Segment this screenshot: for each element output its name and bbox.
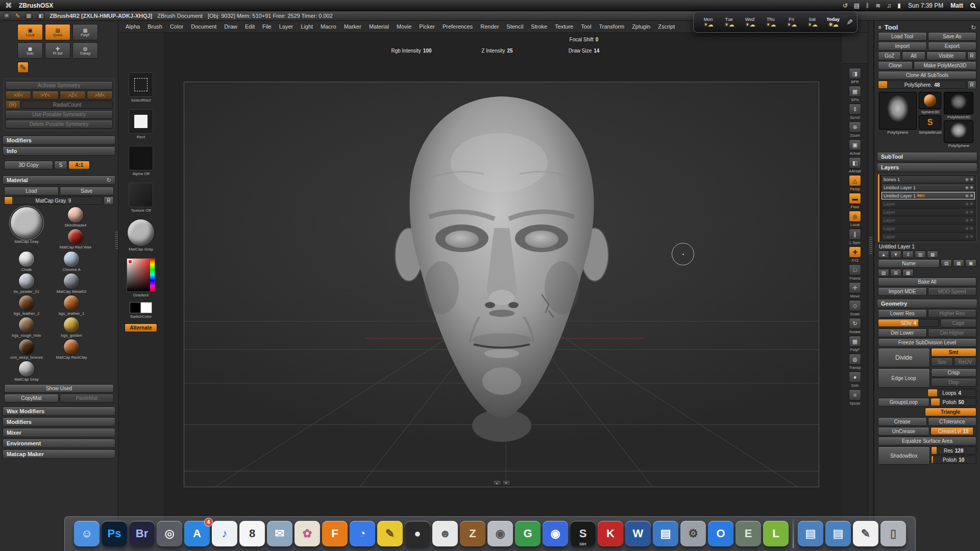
disp-button[interactable]: Disp — [931, 378, 977, 387]
symmetry-axis-button[interactable]: >M< — [87, 91, 113, 99]
current-material-sphere[interactable] — [128, 219, 154, 246]
menu-item[interactable]: Movie — [397, 23, 411, 30]
quick-tray-toggle[interactable]: ▨ Quick — [45, 24, 70, 40]
hue-strip[interactable] — [150, 259, 155, 291]
delete-posable-symmetry-button[interactable]: Delete Posable Symmetry — [5, 120, 113, 129]
shelf-toggle[interactable]: ↻ Rotate — [844, 318, 866, 334]
material-swatch[interactable]: MatCap Red Wax — [53, 229, 98, 249]
keyshot[interactable]: K — [598, 521, 623, 546]
shelf-toggle[interactable]: ∥ L.Sym — [844, 229, 866, 245]
info-section-header[interactable]: Info — [3, 146, 115, 156]
menu-item[interactable]: Picker — [419, 23, 435, 30]
cage-button[interactable]: Cage — [940, 319, 976, 328]
geometry-section-header[interactable]: Geometry — [877, 299, 977, 308]
switch-color-button[interactable] — [130, 302, 152, 313]
uncrease-button[interactable]: UnCrease — [878, 427, 929, 436]
goz-all-button[interactable]: All — [902, 52, 925, 60]
symmetry-axis-button[interactable]: >X< — [5, 91, 31, 99]
smt-button[interactable]: Smt — [931, 348, 977, 357]
symmetry-axis-button[interactable]: >Z< — [60, 91, 86, 99]
shelf-toggle[interactable]: ◨ BPR — [844, 68, 866, 84]
system-preferences[interactable]: ⚙ — [680, 521, 706, 546]
bridge[interactable]: Br — [129, 521, 155, 546]
pencil-icon[interactable]: ✎ — [17, 62, 29, 73]
s-button[interactable]: S — [54, 161, 67, 169]
layer-eye-icon[interactable]: ◉ — [965, 177, 969, 182]
menu-item[interactable]: Zscript — [658, 23, 675, 30]
menu-item[interactable]: Layer — [279, 23, 293, 30]
a1-button[interactable]: A:1 — [68, 161, 90, 169]
material-section-header[interactable]: Material ↻ — [3, 176, 115, 185]
menubar-clock[interactable]: Sun 7:39 PM — [908, 2, 943, 9]
divide-button[interactable]: Divide — [878, 348, 930, 367]
menu-item[interactable]: Alpha — [126, 23, 140, 30]
layer-row-empty[interactable]: Layer ◉ — [881, 208, 975, 216]
layer-tool-icon[interactable]: ▲ — [878, 251, 889, 258]
material-subsection-header[interactable]: Environment — [3, 439, 115, 448]
layer-row[interactable]: Untitled Layer 1 REC ◉ — [881, 192, 975, 199]
material-swatch[interactable]: Chalk — [4, 252, 49, 272]
material-swatch[interactable]: bgs_leather_1 — [49, 295, 94, 316]
material-swatch[interactable]: bs_pewter_01 — [4, 273, 49, 294]
material-refresh-icon[interactable]: ↻ — [107, 177, 111, 184]
menu-item[interactable]: Stroke — [531, 23, 547, 30]
groupsloop-button[interactable]: GroupsLoop — [878, 398, 929, 407]
itunes[interactable]: ♪ — [212, 521, 237, 546]
layer-name-button[interactable]: Name — [878, 259, 940, 268]
material-swatch[interactable]: MatCap RedClay — [49, 339, 94, 360]
eight-ball[interactable]: ● — [405, 521, 430, 546]
menu-item[interactable]: Tool — [581, 23, 591, 30]
divider-grip[interactable] — [869, 237, 872, 254]
creaselvl-slider[interactable]: CreaseLvl15 — [930, 427, 977, 435]
material-save-button[interactable]: Save — [60, 187, 114, 195]
active-tool-thumbnail[interactable] — [879, 92, 917, 130]
spotlight-icon[interactable] — [970, 3, 975, 8]
color-picker[interactable] — [127, 258, 155, 292]
menu-item[interactable]: Render — [480, 23, 499, 30]
layer-tool-icon[interactable]: ▩ — [902, 269, 914, 277]
shelf-toggle[interactable]: ▬ Floor — [844, 193, 866, 209]
lower-res-button[interactable]: Lower Res — [878, 309, 927, 318]
import-button[interactable]: Import — [878, 42, 927, 51]
layer-row-empty[interactable]: Layer ◉ — [881, 216, 975, 224]
layer-tool-icon[interactable]: ▧ — [878, 269, 889, 277]
evernote[interactable]: E — [736, 521, 761, 546]
layer-tool-icon[interactable]: ▥ — [915, 251, 926, 258]
mdd-speed-button[interactable]: MDD Speed — [928, 287, 977, 296]
layer-tool-icon[interactable]: ▤ — [941, 259, 952, 267]
activate-symmetry-button[interactable]: Activate Symmetry — [5, 81, 113, 90]
shelf-toggle[interactable]: ✚ XYZ — [844, 246, 866, 263]
bake-all-button[interactable]: Bake All — [878, 278, 976, 286]
layer-row-empty[interactable]: Layer ◉ — [881, 233, 975, 240]
menu-item[interactable]: Light — [301, 23, 313, 30]
quick-tray-toggle[interactable]: ◍ Transp — [72, 42, 98, 59]
shelf-toggle[interactable]: ▣ Actual — [844, 139, 866, 156]
material-swatch-selected[interactable]: MatCap Gray — [4, 207, 49, 249]
calendar[interactable]: 8 — [239, 521, 265, 546]
higher-res-button[interactable]: Higher Res — [928, 309, 977, 318]
graphic-pencil[interactable]: ✎ — [377, 521, 403, 546]
polish10-slider[interactable]: Polish10 — [931, 456, 977, 464]
mail[interactable]: ✉ — [267, 521, 292, 546]
shelf-toggle[interactable]: ✛ Move — [844, 282, 866, 298]
shelf-toggle[interactable]: ◎ Local — [844, 211, 866, 227]
export-button[interactable]: Export — [928, 42, 977, 51]
menu-item[interactable]: Document — [191, 23, 216, 30]
use-posable-symmetry-button[interactable]: Use Posable Symmetry — [5, 110, 113, 119]
shelf-toggle[interactable]: ▦ PolyF — [844, 336, 866, 352]
theme-icon[interactable]: ◧ — [37, 13, 44, 19]
limewire[interactable]: L — [763, 521, 789, 546]
menu-item[interactable]: Macro — [321, 23, 336, 30]
shelf-toggle[interactable]: ▦ SPix — [844, 86, 866, 102]
draw-size-slider[interactable]: Draw Size14 — [546, 46, 622, 55]
layer-row-empty[interactable]: Layer ◉ — [881, 224, 975, 232]
shelf-toggle[interactable]: □ Frame — [844, 264, 866, 281]
bluetooth-icon[interactable]: ᛒ — [866, 2, 869, 9]
menu-item[interactable]: Edit — [245, 23, 255, 30]
documents-stack[interactable]: ▤ — [825, 521, 851, 546]
layer-intensity-knob[interactable] — [970, 194, 973, 197]
layout-icon[interactable]: ▧ — [25, 13, 32, 19]
app-store[interactable]: A 4 — [184, 521, 210, 546]
copy-3d-button[interactable]: 3D Copy — [4, 161, 53, 169]
layer-intensity-knob[interactable] — [970, 178, 973, 181]
